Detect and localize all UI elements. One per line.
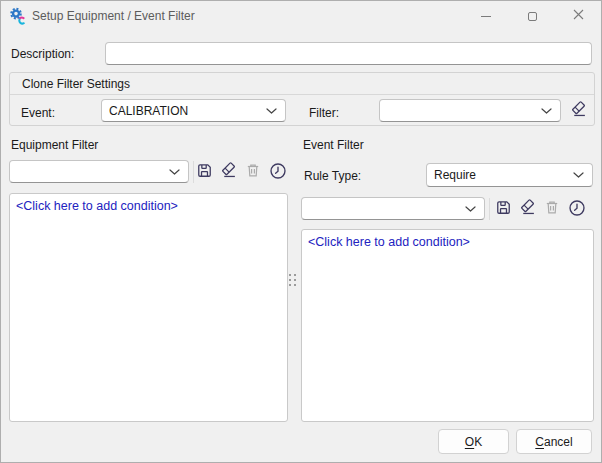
splitter-grip[interactable] <box>289 274 296 291</box>
equipment-preset-combobox[interactable] <box>9 160 189 183</box>
equipment-filter-title: Equipment Filter <box>11 138 98 152</box>
event-label: Event: <box>21 106 55 120</box>
close-button[interactable] <box>555 1 601 31</box>
description-input[interactable] <box>105 42 592 65</box>
save-icon <box>495 199 512 219</box>
event-add-condition-link[interactable]: <Click here to add condition> <box>308 235 470 249</box>
clear-clone-filter-button[interactable] <box>566 99 590 123</box>
chevron-down-icon <box>573 172 584 178</box>
maximize-icon <box>528 12 537 21</box>
titlebar[interactable]: Setup Equipment / Event Filter <box>1 1 601 31</box>
minimize-button[interactable] <box>463 1 509 31</box>
filter-combobox[interactable] <box>379 99 561 122</box>
cancel-button[interactable]: Cancel <box>516 429 592 454</box>
clone-filter-settings-header: Clone Filter Settings <box>10 73 594 95</box>
event-history-button[interactable] <box>565 197 589 221</box>
save-icon <box>196 162 213 182</box>
trash-icon <box>544 199 560 219</box>
window-title: Setup Equipment / Event Filter <box>32 9 195 23</box>
equipment-clear-filter-button[interactable] <box>216 160 240 184</box>
close-icon <box>573 9 584 23</box>
event-preset-combobox[interactable] <box>301 197 485 220</box>
equipment-delete-filter-button[interactable] <box>241 160 265 184</box>
description-label: Description: <box>11 47 74 61</box>
clone-filter-settings-title: Clone Filter Settings <box>22 77 130 91</box>
event-filter-title: Event Filter <box>303 138 364 152</box>
equipment-add-condition-link[interactable]: <Click here to add condition> <box>16 199 178 213</box>
eraser-icon <box>569 101 588 121</box>
event-conditions-listbox[interactable]: <Click here to add condition> <box>301 229 594 422</box>
minimize-icon <box>481 16 491 17</box>
app-gear-icon <box>9 7 27 25</box>
event-delete-filter-button[interactable] <box>540 197 564 221</box>
event-clear-filter-button[interactable] <box>515 197 539 221</box>
eraser-icon <box>518 199 537 219</box>
eraser-icon <box>219 162 238 182</box>
toolbar-separator <box>489 198 490 220</box>
dialog-window: Setup Equipment / Event Filter Descripti… <box>0 0 602 463</box>
filter-label: Filter: <box>309 106 339 120</box>
trash-icon <box>245 162 261 182</box>
chevron-down-icon <box>169 169 180 175</box>
chevron-down-icon <box>465 206 476 212</box>
equipment-save-filter-button[interactable] <box>192 160 216 184</box>
chevron-down-icon <box>541 108 552 114</box>
chevron-down-icon <box>266 108 277 114</box>
event-save-filter-button[interactable] <box>491 197 515 221</box>
clock-icon <box>568 199 586 220</box>
event-combobox[interactable]: CALIBRATION <box>101 99 286 122</box>
maximize-button[interactable] <box>509 1 555 31</box>
clock-icon <box>269 162 287 183</box>
rule-type-label: Rule Type: <box>304 169 361 183</box>
equipment-history-button[interactable] <box>266 160 290 184</box>
rule-type-combobox[interactable]: Require <box>426 163 593 187</box>
ok-button[interactable]: OK <box>438 429 509 454</box>
equipment-conditions-listbox[interactable]: <Click here to add condition> <box>9 193 288 422</box>
